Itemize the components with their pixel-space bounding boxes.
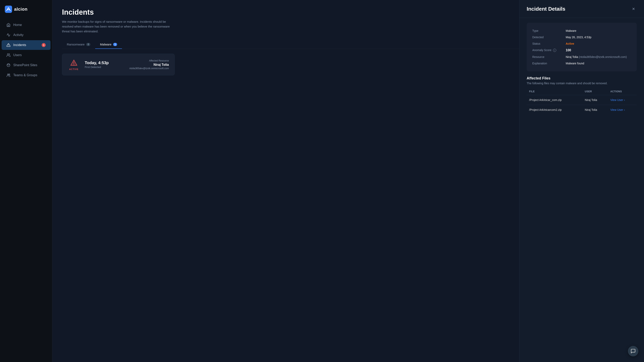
sidebar-item-incidents-label: Incidents: [13, 43, 26, 47]
sidebar: alcion Home Activity: [0, 0, 52, 362]
incident-status-badge: ACTIVE: [69, 68, 78, 70]
incidents-badge: 1: [42, 43, 46, 47]
detail-row-status: Status Active: [532, 40, 631, 47]
incident-time: Today, 4:53p: [85, 60, 124, 65]
tab-ransomware-badge: 0: [86, 43, 90, 46]
incident-info: Today, 4:53p First Detected: [85, 60, 124, 69]
incident-status-area: ACTIVE: [68, 59, 80, 70]
logo: alcion: [0, 0, 52, 18]
explanation-label: Explanation: [532, 62, 562, 65]
panel-close-button[interactable]: ×: [630, 6, 637, 12]
explanation-value: Malware found: [566, 62, 584, 65]
detected-value: May 26, 2023, 4:53p: [566, 35, 592, 39]
incident-resource: Affected Resource Niraj Tolia ntolia365d…: [130, 59, 169, 70]
files-table: FILE USER ACTIONS /Project Ark/eicar_com…: [527, 88, 637, 115]
anomaly-score-label: Anomaly Score i: [532, 48, 562, 52]
chat-button[interactable]: [628, 346, 638, 356]
incident-first-detected-label: First Detected: [85, 65, 124, 69]
panel-title: Incident Details: [527, 6, 565, 12]
col-user: USER: [582, 88, 608, 95]
resource-name: Niraj Tolia: [566, 55, 578, 58]
chevron-right-icon-2: ›: [624, 108, 625, 111]
sidebar-item-home[interactable]: Home: [2, 20, 50, 30]
alert-triangle-icon: [70, 59, 78, 67]
tab-malware-label: Malware: [100, 43, 112, 46]
status-label: Status: [532, 42, 562, 45]
activity-icon: [6, 33, 10, 37]
sidebar-item-sharepoint[interactable]: SharePoint Sites: [2, 60, 50, 70]
table-row: /Project Ark/eicar_com.zip Niraj Tolia V…: [527, 95, 637, 105]
type-value: Malware: [566, 29, 576, 32]
detail-block: Type Malware Detected May 26, 2023, 4:53…: [527, 23, 637, 71]
svg-point-6: [9, 74, 10, 75]
svg-rect-0: [5, 6, 12, 13]
file-path-1: /Project Ark/eicar_com.zip: [527, 95, 582, 105]
detail-row-resource: Resource Niraj Tolia (ntolia365dev@tzxtk…: [532, 54, 631, 60]
chat-icon: [630, 349, 636, 354]
sidebar-nav: Home Activity Incidents 1: [0, 18, 52, 82]
resource-label: Resource: [532, 55, 562, 58]
detail-row-type: Type Malware: [532, 27, 631, 34]
file-actions-2: View User ›: [608, 105, 637, 115]
alert-icon: [6, 43, 10, 47]
view-user-link-1[interactable]: View User ›: [610, 98, 634, 102]
incident-details-panel: Incident Details × Type Malware Detected…: [519, 0, 644, 362]
home-icon: [6, 23, 10, 27]
page-description: We monitor backups for signs of ransomwa…: [62, 19, 175, 34]
sidebar-item-incidents[interactable]: Incidents 1: [2, 40, 50, 50]
logo-text: alcion: [14, 7, 28, 12]
affected-files-section: Affected Files The following files may c…: [520, 76, 644, 119]
sidebar-item-activity[interactable]: Activity: [2, 30, 50, 40]
tab-malware[interactable]: Malware 1: [95, 40, 122, 49]
chevron-right-icon-1: ›: [624, 98, 625, 102]
incident-row[interactable]: ACTIVE Today, 4:53p First Detected Affec…: [62, 54, 175, 75]
resource-email: ntolia365dev@tzxtk.onmicrosoft.com: [580, 55, 626, 58]
status-value: Active: [566, 42, 574, 45]
tab-malware-badge: 1: [113, 43, 117, 46]
detail-row-explanation: Explanation Malware found: [532, 60, 631, 66]
anomaly-score-value: 100: [566, 48, 571, 52]
view-user-link-2[interactable]: View User ›: [610, 108, 634, 111]
sidebar-item-users[interactable]: Users: [2, 50, 50, 60]
col-actions: ACTIONS: [608, 88, 637, 95]
file-user-1: Niraj Tolia: [582, 95, 608, 105]
svg-point-5: [8, 74, 8, 75]
sidebar-item-teams-label: Teams & Groups: [13, 73, 37, 77]
detail-row-anomaly-score: Anomaly Score i 100: [532, 47, 631, 54]
file-user-2: Niraj Tolia: [582, 105, 608, 115]
panel-header: Incident Details ×: [520, 0, 644, 18]
affected-files-title: Affected Files: [527, 76, 637, 80]
affected-files-description: The following files may contain malware …: [527, 82, 637, 85]
file-actions-1: View User ›: [608, 95, 637, 105]
col-file: FILE: [527, 88, 582, 95]
affected-resource-label: Affected Resource: [130, 59, 169, 62]
sidebar-item-users-label: Users: [13, 53, 22, 57]
logo-icon: [5, 6, 12, 13]
svg-point-8: [74, 64, 74, 65]
sidebar-item-home-label: Home: [13, 23, 22, 27]
sharepoint-icon: [6, 63, 10, 67]
tab-ransomware[interactable]: Ransomware 0: [62, 40, 95, 49]
files-table-header: FILE USER ACTIONS: [527, 88, 637, 95]
teams-icon: [6, 73, 10, 77]
users-icon: [6, 53, 10, 57]
table-row: /Project Ark/eicarcom2.zip Niraj Tolia V…: [527, 105, 637, 115]
detected-label: Detected: [532, 35, 562, 39]
anomaly-score-info-icon[interactable]: i: [553, 49, 556, 52]
tab-ransomware-label: Ransomware: [67, 43, 84, 46]
file-path-2: /Project Ark/eicarcom2.zip: [527, 105, 582, 115]
incident-resource-name: Niraj Tolia: [130, 63, 169, 66]
sidebar-item-activity-label: Activity: [13, 33, 24, 37]
incident-resource-email: ntolia365dev@tzxtk.onmicrosoft.com: [130, 67, 169, 70]
resource-value: Niraj Tolia (ntolia365dev@tzxtk.onmicros…: [566, 55, 627, 58]
files-table-body: /Project Ark/eicar_com.zip Niraj Tolia V…: [527, 95, 637, 115]
sidebar-item-sharepoint-label: SharePoint Sites: [13, 63, 37, 67]
type-label: Type: [532, 29, 562, 32]
detail-row-detected: Detected May 26, 2023, 4:53p: [532, 34, 631, 40]
svg-point-3: [7, 54, 9, 55]
sidebar-item-teams[interactable]: Teams & Groups: [2, 70, 50, 80]
